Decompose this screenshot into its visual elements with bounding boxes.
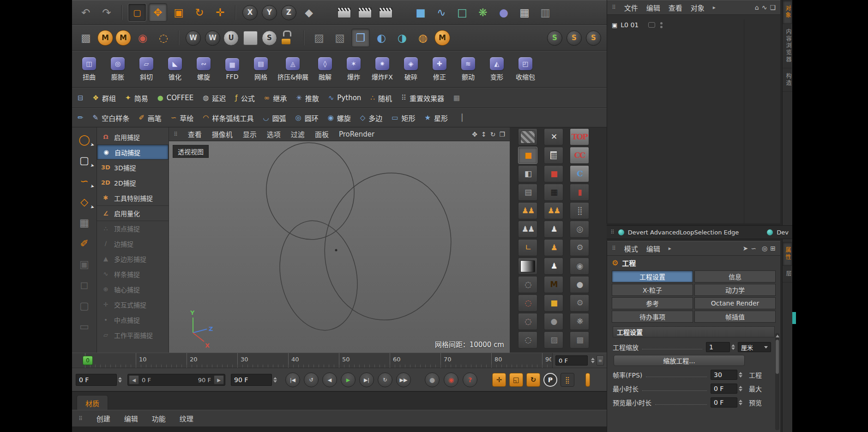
key-parameter-icon[interactable]: P xyxy=(543,373,557,387)
viewport-menu-item[interactable]: 面板 xyxy=(315,129,329,139)
rectangle-spline[interactable]: ▭ 矩形 xyxy=(392,113,415,123)
deformers-icon[interactable]: ❋ xyxy=(474,3,492,22)
deformer-item[interactable]: ✷ 爆炸FX xyxy=(368,55,397,84)
lock-z-icon[interactable]: Z xyxy=(281,5,296,20)
current-frame-field[interactable]: 0 F xyxy=(76,374,117,386)
tile3-icon[interactable]: ▧ xyxy=(331,29,349,47)
deformer-item[interactable]: ◊ 融解 xyxy=(311,55,339,84)
crowd2-icon[interactable]: ♟♟ xyxy=(544,202,563,219)
current-frame-marker[interactable]: 0 xyxy=(83,356,93,365)
deformer-item[interactable]: ✶ 爆炸 xyxy=(339,55,368,84)
model-mode-icon[interactable]: ■ xyxy=(518,147,537,164)
group-effector[interactable]: ❖ 群组 xyxy=(93,93,116,103)
deformer-item[interactable]: ◫ 扭曲 xyxy=(75,55,103,84)
effector-menu-icon[interactable]: ⊟ xyxy=(78,95,84,102)
project-scale-field[interactable]: 1 xyxy=(706,342,730,352)
scale-project-button[interactable]: 缩放工程... xyxy=(614,355,745,366)
s-green-icon[interactable]: S xyxy=(547,30,562,46)
range-left-handle[interactable]: ◀ xyxy=(129,375,139,384)
deformer-item[interactable]: ∾ 螺旋 xyxy=(189,55,218,84)
viewport-menu-item[interactable]: ProRender xyxy=(339,130,374,138)
viewport-menu-item[interactable]: 过滤 xyxy=(291,129,305,139)
snap-item[interactable]: ∠ 启用量化 xyxy=(97,205,169,221)
clipped-spline-icon[interactable]: ▕ xyxy=(457,114,463,121)
lock-y-icon[interactable]: Y xyxy=(262,5,277,20)
deformer-item[interactable]: ▤ 网格 xyxy=(247,55,275,84)
gear-icon[interactable]: ⚙ xyxy=(570,239,589,256)
coffee-effector[interactable]: ● COFFEE xyxy=(157,94,194,102)
c-blue-logo-icon[interactable]: C xyxy=(570,165,589,182)
rubik-cube-icon[interactable]: ▦ xyxy=(544,147,563,164)
dark-grid-icon[interactable]: ▦ xyxy=(544,184,563,201)
deformer-item[interactable]: ◣ 锥化 xyxy=(161,55,189,84)
dots-grid-icon[interactable]: ⣿ xyxy=(570,202,589,219)
viewport-menu-item[interactable]: 摄像机 xyxy=(212,129,233,139)
snap-item[interactable]: ∴ 顶点捕捉 xyxy=(97,221,169,236)
pen-spline[interactable]: ✐ 画笔 xyxy=(139,113,162,123)
attribute-tab[interactable]: 参考 xyxy=(612,297,693,309)
materials-menu-item[interactable]: 功能 xyxy=(152,414,166,423)
crowd-orange-icon[interactable]: ♟♟ xyxy=(518,202,537,219)
selection-filter-icon[interactable]: ▢ xyxy=(128,3,146,22)
home-icon[interactable]: ⌂ xyxy=(755,4,759,11)
unit-dropdown[interactable]: 厘米 xyxy=(738,342,771,352)
planet-orange-icon[interactable]: ◍ xyxy=(414,29,432,47)
star-spline[interactable]: ★ 星形 xyxy=(425,113,448,123)
loop-button[interactable]: ↻ xyxy=(378,372,392,387)
timeline-frame-field[interactable]: 0 F xyxy=(555,355,588,366)
tile4-icon[interactable]: ▨ xyxy=(544,331,563,348)
disabled-tool-icon[interactable]: ▭ xyxy=(72,316,96,337)
xparticles-icon[interactable]: ✕ xyxy=(544,128,563,145)
disabled-tool-icon[interactable]: ▢ xyxy=(72,295,96,316)
scale-tool-icon[interactable]: ▣ xyxy=(169,3,188,22)
object-menu-item[interactable]: 查看 xyxy=(669,3,682,12)
gap[interactable] xyxy=(452,29,544,47)
attribute-tab[interactable]: Octane Render xyxy=(694,297,776,309)
lock-icon[interactable] xyxy=(279,29,298,47)
object-state-badge[interactable] xyxy=(648,22,655,28)
drag-handle-icon[interactable]: ⠿ xyxy=(174,131,178,138)
end-frame-field[interactable]: 90 F xyxy=(231,374,272,386)
key-position-icon[interactable]: ✛ xyxy=(492,373,506,387)
menu-overflow-icon[interactable]: ▸ xyxy=(713,4,716,11)
attribute-menu-item[interactable]: 模式 xyxy=(624,244,638,253)
layout-tile-icon[interactable]: ▩ xyxy=(77,29,95,47)
side-tab[interactable]: 构造 xyxy=(783,68,792,92)
zoom-view-icon[interactable]: ↕ xyxy=(481,131,487,138)
dotted-ring2-icon[interactable]: ◌ xyxy=(518,331,537,348)
sketch-spline[interactable]: ∽ 草绘 xyxy=(171,113,194,123)
spline-pen-menu-icon[interactable]: ✏ xyxy=(78,114,84,121)
autokey-sphere-icon[interactable]: ● xyxy=(425,372,440,387)
material-gear-icon[interactable]: M xyxy=(97,30,113,46)
dashed-circle-icon[interactable]: ◌ xyxy=(518,276,537,293)
texture-mode-icon[interactable]: ◧ xyxy=(518,165,537,182)
object-row[interactable]: ▣ L0 01 xyxy=(607,19,780,30)
attribute-tab[interactable]: 待办事项 xyxy=(612,311,693,323)
sketch-pen-icon[interactable]: ✐ xyxy=(72,233,96,254)
snap-item[interactable]: Ω 启用捕捉 xyxy=(97,129,169,144)
object-menu-item[interactable]: 文件 xyxy=(624,3,638,12)
visibility-dots[interactable] xyxy=(660,22,663,28)
arc-spline[interactable]: ◡ 圆弧 xyxy=(263,113,286,123)
snap-item[interactable]: ✱ 工具特别捕捉 xyxy=(97,190,169,205)
play-backward-button[interactable]: ↺ xyxy=(304,372,319,387)
flower-icon[interactable]: ❋ xyxy=(570,313,589,330)
m-gear-icon[interactable]: M xyxy=(544,276,563,293)
gradient-icon[interactable] xyxy=(518,258,537,275)
lock-x-icon[interactable]: X xyxy=(242,5,258,20)
formula-effector[interactable]: ƒ 公式 xyxy=(235,93,254,103)
attribute-tab[interactable]: 帧插值 xyxy=(694,311,776,323)
deformer-item[interactable]: ◈ 破碎 xyxy=(397,55,425,84)
delay-effector[interactable]: ◍ 延迟 xyxy=(203,93,226,103)
red-cube-icon[interactable]: ■ xyxy=(544,165,563,182)
plugin-title-clipped[interactable]: Dev xyxy=(777,229,789,236)
move-tool-icon[interactable]: ✥ xyxy=(149,3,167,22)
frame-stepper[interactable] xyxy=(591,358,595,363)
spline-arc-tool[interactable]: ◠ 样条弧线工具 xyxy=(203,113,253,123)
red-book-icon[interactable]: ▮ xyxy=(570,184,589,201)
plugin-title[interactable]: Devert AdvancedLoopSelection Edge xyxy=(628,229,739,236)
sphere-gray-icon[interactable]: ● xyxy=(544,313,563,330)
figure-white-icon[interactable]: ♟ xyxy=(544,258,563,275)
snap-item[interactable]: ▲ 多边形捕捉 xyxy=(97,251,169,266)
scrollbar[interactable] xyxy=(775,333,779,430)
